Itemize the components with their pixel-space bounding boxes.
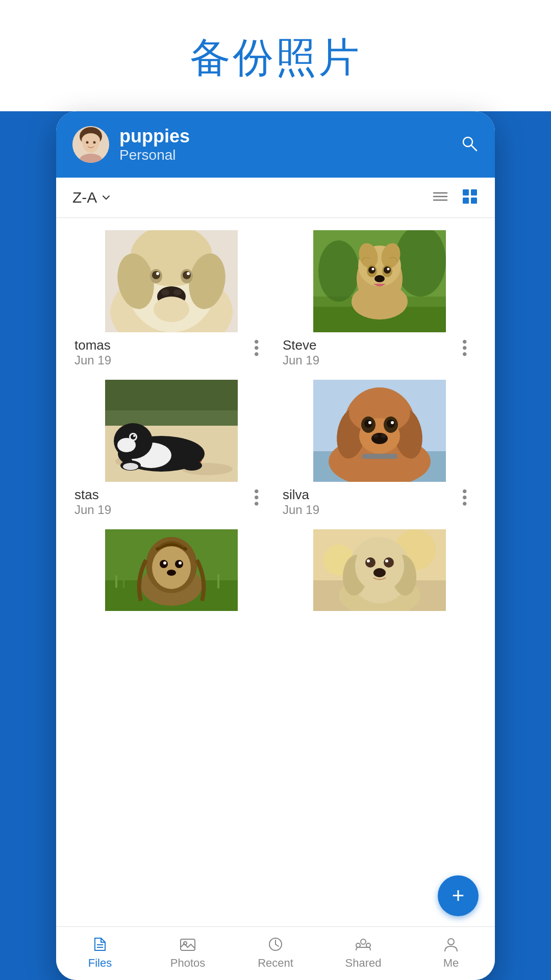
photo-date: Jun 19 [283,353,319,368]
photo-info: stas Jun 19 ••• [72,482,270,519]
svg-point-83 [381,434,386,438]
recent-icon [266,935,285,953]
chevron-down-icon [101,192,111,203]
photos-icon [179,935,197,953]
app-header: puppies Personal [56,111,495,178]
svg-point-92 [152,546,191,589]
photo-name: Steve [283,337,319,353]
photo-menu-button[interactable]: ••• [453,487,477,509]
list-item[interactable]: tomas Jun 19 ••• [72,230,270,370]
nav-item-photos[interactable]: Photos [162,935,213,970]
photo-details: stas Jun 19 [74,487,111,517]
svg-point-111 [373,568,386,577]
svg-point-108 [384,557,394,568]
list-item[interactable]: Steve Jun 19 ••• [281,230,479,370]
svg-point-110 [385,559,388,562]
header-info: puppies Personal [119,126,450,163]
svg-point-120 [356,943,360,947]
grid-view-button[interactable] [461,188,479,207]
svg-point-106 [355,541,404,592]
page-title: 备份照片 [0,31,551,86]
svg-point-77 [364,420,372,428]
header-account-type: Personal [119,147,450,163]
list-view-button[interactable] [432,188,449,207]
add-icon: + [452,885,465,906]
svg-point-122 [448,939,454,945]
svg-rect-15 [471,198,477,204]
phone-mockup: puppies Personal Z-A [56,111,495,980]
photo-menu-button[interactable]: ••• [244,487,268,509]
svg-rect-14 [463,198,469,204]
photo-info: silva Jun 19 ••• [281,482,479,519]
me-icon [442,935,460,953]
list-item[interactable] [281,529,479,611]
photo-menu-button[interactable]: ••• [244,337,268,360]
photo-thumbnail[interactable] [72,380,270,482]
list-icon [432,188,449,205]
nav-item-files[interactable]: Files [74,935,126,970]
svg-point-65 [182,460,202,471]
svg-point-107 [365,557,375,568]
photo-details: Steve Jun 19 [283,337,319,368]
svg-rect-12 [463,189,469,195]
svg-point-24 [152,271,160,279]
photo-thumbnail[interactable] [72,230,270,332]
svg-point-44 [368,266,375,274]
add-button[interactable]: + [438,875,479,916]
nav-item-me[interactable]: Me [425,935,477,970]
toolbar: Z-A [56,178,495,218]
svg-point-78 [387,420,395,428]
svg-point-96 [179,561,182,565]
photo-details: tomas Jun 19 [74,337,111,368]
photo-info: tomas Jun 19 ••• [72,332,270,370]
avatar[interactable] [72,126,109,163]
svg-point-80 [391,421,394,424]
header-account-name: puppies [119,126,450,147]
shared-icon [354,935,372,953]
photo-thumbnail[interactable] [281,529,479,611]
list-item[interactable]: silva Jun 19 ••• [281,380,479,519]
photo-name: silva [283,487,319,503]
svg-point-5 [93,141,96,144]
svg-rect-84 [362,454,397,459]
view-controls [432,188,479,207]
svg-rect-52 [105,380,238,410]
svg-point-35 [318,240,359,302]
photo-thumbnail[interactable] [72,529,270,611]
bottom-nav: Files Photos Recent [56,926,495,980]
nav-label-shared: Shared [345,957,382,970]
photo-date: Jun 19 [283,503,319,517]
nav-label-photos: Photos [170,957,206,970]
search-button[interactable] [460,134,479,155]
files-icon [91,935,109,953]
photo-date: Jun 19 [74,353,111,368]
sort-label: Z-A [72,189,97,206]
svg-point-3 [83,134,99,153]
svg-point-4 [86,141,89,144]
sort-control[interactable]: Z-A [72,189,111,206]
list-item[interactable]: stas Jun 19 ••• [72,380,270,519]
svg-point-27 [187,272,190,275]
svg-point-31 [154,297,189,322]
svg-rect-88 [123,573,124,588]
svg-point-47 [387,268,390,271]
content-area: tomas Jun 19 ••• [56,218,495,926]
photo-menu-button[interactable]: ••• [453,337,477,360]
svg-point-26 [156,272,159,275]
photo-info: Steve Jun 19 ••• [281,332,479,370]
svg-point-46 [372,268,374,271]
svg-point-121 [366,943,370,947]
photo-thumbnail[interactable] [281,380,479,482]
nav-item-shared[interactable]: Shared [338,935,389,970]
photo-name: tomas [74,337,111,353]
svg-point-25 [183,271,191,279]
svg-point-95 [163,561,166,565]
nav-item-recent[interactable]: Recent [250,935,301,970]
nav-label-recent: Recent [258,957,293,970]
photo-thumbnail[interactable] [281,230,479,332]
svg-point-63 [133,435,135,437]
svg-line-118 [276,944,279,946]
photo-name: stas [74,487,111,503]
list-item[interactable] [72,529,270,611]
svg-point-45 [384,266,391,274]
